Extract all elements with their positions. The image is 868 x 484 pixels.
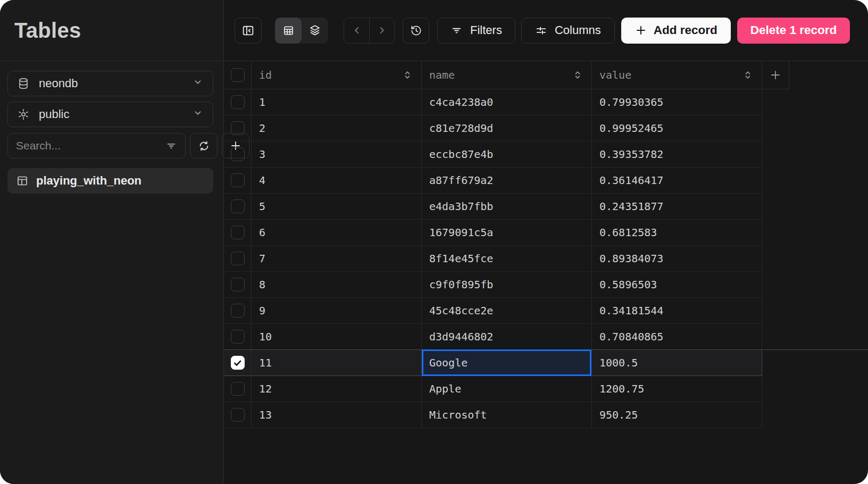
row-checkbox[interactable]	[231, 382, 245, 396]
cell-value[interactable]: 1200.75	[592, 376, 762, 402]
cell-value[interactable]: 0.99952465	[592, 115, 762, 141]
database-select-value: neondb	[39, 77, 78, 90]
table-row: 3 eccbc87e4b 0.39353782	[224, 141, 868, 168]
grid-view-icon	[282, 24, 295, 37]
row-select-cell	[224, 272, 252, 298]
cell-id[interactable]: 3	[252, 141, 422, 168]
select-all-checkbox[interactable]	[231, 68, 245, 82]
table-row: 10 d3d9446802 0.70840865	[224, 324, 868, 350]
cell-id[interactable]: 8	[252, 272, 422, 298]
row-checkbox[interactable]	[231, 252, 245, 265]
previous-page-button[interactable]	[344, 18, 369, 43]
cell-value[interactable]: 0.79930365	[592, 89, 762, 115]
cell-id[interactable]: 12	[252, 376, 422, 402]
sidebar-item-playing-with-neon[interactable]: playing_with_neon	[7, 168, 213, 194]
cell-id[interactable]: 13	[252, 402, 422, 428]
cell-value[interactable]: 950.25	[592, 402, 762, 428]
add-record-button[interactable]: Add record	[621, 18, 731, 44]
refresh-icon	[198, 140, 210, 152]
table-row: 7 8f14e45fce 0.89384073	[224, 246, 868, 272]
grid-body: 1 c4ca4238a0 0.79930365 2 c81e728d9d 0.9…	[224, 89, 868, 428]
search-row	[7, 133, 213, 158]
cell-value[interactable]: 0.24351877	[592, 194, 762, 220]
plus-icon	[635, 24, 647, 37]
row-checkbox[interactable]	[231, 356, 245, 370]
cell-name[interactable]: eccbc87e4b	[422, 141, 592, 168]
cell-value[interactable]: 0.70840865	[592, 324, 762, 350]
cell-name[interactable]: 8f14e45fce	[422, 246, 592, 272]
cell-id[interactable]: 10	[252, 324, 422, 350]
row-select-cell	[224, 246, 252, 272]
column-header-value[interactable]: value	[592, 61, 762, 89]
cell-name[interactable]: c4ca4238a0	[422, 89, 592, 115]
grid-view-button[interactable]	[275, 18, 302, 44]
cell-name[interactable]: Apple	[422, 376, 592, 402]
cell-name[interactable]: 45c48cce2e	[422, 298, 592, 324]
cell-id[interactable]: 5	[252, 194, 422, 220]
cell-name[interactable]: d3d9446802	[422, 324, 592, 350]
delete-record-button[interactable]: Delete 1 record	[737, 18, 850, 44]
row-checkbox[interactable]	[231, 278, 245, 291]
row-checkbox[interactable]	[231, 121, 245, 135]
cell-name[interactable]: c81e728d9d	[422, 115, 592, 141]
cell-id[interactable]: 9	[252, 298, 422, 324]
sidebar: Tables neondb public	[0, 0, 224, 484]
search-box[interactable]	[7, 133, 186, 158]
sort-icon	[571, 69, 584, 81]
cell-name[interactable]: 1679091c5a	[422, 220, 592, 246]
row-checkbox[interactable]	[231, 330, 245, 344]
row-checkbox[interactable]	[231, 304, 245, 318]
add-record-button-label: Add record	[654, 23, 717, 37]
row-checkbox[interactable]	[231, 173, 245, 187]
table-row: 8 c9f0f895fb 0.5896503	[224, 272, 868, 298]
cell-value[interactable]: 1000.5	[592, 350, 762, 376]
cell-name[interactable]: c9f0f895fb	[422, 272, 592, 298]
cell-id[interactable]: 1	[252, 89, 422, 115]
app-window: Tables neondb public	[0, 0, 868, 484]
cell-id[interactable]: 7	[252, 246, 422, 272]
history-button[interactable]	[403, 18, 429, 44]
refresh-button[interactable]	[190, 133, 218, 158]
row-checkbox[interactable]	[231, 226, 245, 239]
column-header-id[interactable]: id	[252, 61, 422, 89]
cell-name[interactable]: a87ff679a2	[422, 168, 592, 194]
row-select-cell	[224, 402, 252, 428]
row-select-cell	[224, 220, 252, 246]
cell-id[interactable]: 6	[252, 220, 422, 246]
cell-name[interactable]: Google	[422, 350, 592, 376]
plus-icon	[769, 69, 782, 81]
row-checkbox[interactable]	[231, 199, 245, 213]
cell-id[interactable]: 2	[252, 115, 422, 141]
row-select-cell	[224, 89, 252, 115]
collapse-sidebar-button[interactable]	[235, 18, 262, 44]
row-spacer	[762, 141, 789, 168]
add-column-button[interactable]	[762, 61, 789, 89]
row-checkbox[interactable]	[231, 408, 245, 422]
cell-value[interactable]: 0.36146417	[592, 168, 762, 194]
main-area: Filters Columns Add record Delete 1 reco…	[224, 0, 868, 484]
cell-value[interactable]: 0.39353782	[592, 141, 762, 168]
cell-value[interactable]: 0.89384073	[592, 246, 762, 272]
cell-value[interactable]: 0.34181544	[592, 298, 762, 324]
row-spacer	[762, 298, 789, 324]
column-header-name[interactable]: name	[422, 61, 592, 89]
layers-view-button[interactable]	[302, 18, 328, 44]
next-page-button[interactable]	[369, 18, 394, 43]
schema-select[interactable]: public	[7, 102, 213, 127]
columns-button[interactable]: Columns	[521, 18, 615, 44]
database-select[interactable]: neondb	[7, 71, 213, 96]
cell-name[interactable]: Microsoft	[422, 402, 592, 428]
column-header-label: name	[429, 69, 455, 81]
row-checkbox[interactable]	[231, 147, 245, 161]
cell-value[interactable]: 0.6812583	[592, 220, 762, 246]
cell-value[interactable]: 0.5896503	[592, 272, 762, 298]
row-checkbox[interactable]	[231, 95, 245, 109]
filter-lines-icon[interactable]	[165, 140, 177, 152]
cell-id[interactable]: 11	[252, 350, 422, 376]
cell-name[interactable]: e4da3b7fbb	[422, 194, 592, 220]
filter-lines-icon	[450, 24, 463, 37]
search-input[interactable]	[16, 139, 160, 152]
filters-button[interactable]: Filters	[437, 18, 515, 44]
cell-id[interactable]: 4	[252, 168, 422, 194]
row-select-cell	[224, 141, 252, 168]
